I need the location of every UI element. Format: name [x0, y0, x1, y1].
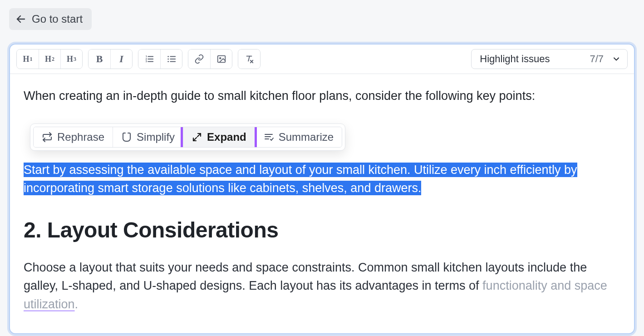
- image-icon: [216, 54, 226, 64]
- summarize-button[interactable]: Summarize: [255, 127, 342, 147]
- go-to-start-button[interactable]: Go to start: [9, 8, 92, 30]
- clear-formatting-icon: [244, 54, 254, 64]
- rephrase-icon: [42, 132, 53, 143]
- insert-group: [188, 49, 232, 69]
- ordered-list-icon: 123: [144, 54, 154, 64]
- h2-button[interactable]: H2: [39, 49, 60, 69]
- list-group: 123: [138, 49, 182, 69]
- editor-card: H1 H2 H3 B I 123: [9, 44, 635, 334]
- rephrase-button[interactable]: Rephrase: [34, 127, 113, 147]
- svg-text:3: 3: [146, 60, 147, 63]
- ordered-list-button[interactable]: 123: [138, 49, 160, 69]
- go-to-start-label: Go to start: [32, 13, 83, 25]
- heading-group: H1 H2 H3: [16, 49, 83, 69]
- bold-button[interactable]: B: [88, 49, 110, 69]
- selected-text: Start by assessing the available space a…: [24, 163, 577, 196]
- intro-paragraph: When creating an in-depth guide to small…: [24, 87, 620, 105]
- simplify-button[interactable]: Simplify: [113, 127, 183, 147]
- clear-formatting-button[interactable]: [238, 49, 260, 69]
- svg-point-14: [219, 58, 221, 59]
- clear-group: [238, 49, 261, 69]
- editor-body[interactable]: When creating an in-depth guide to small…: [10, 74, 634, 313]
- section-heading: 2. Layout Considerations: [24, 214, 620, 247]
- ai-floating-toolbar: Rephrase Simplify Expand Summarize: [30, 124, 345, 151]
- expand-label: Expand: [207, 131, 246, 143]
- link-button[interactable]: [188, 49, 210, 69]
- editor-toolbar: H1 H2 H3 B I 123: [10, 44, 634, 74]
- rephrase-label: Rephrase: [57, 131, 104, 143]
- summarize-icon: [263, 132, 274, 143]
- highlight-issues-count: 7/7: [590, 53, 604, 65]
- h3-button[interactable]: H3: [60, 49, 82, 69]
- highlight-issues-dropdown[interactable]: Highlight issues 7/7: [471, 49, 628, 69]
- chevron-down-icon: [612, 54, 621, 64]
- arrow-left-icon: [15, 14, 26, 25]
- expand-icon: [192, 132, 202, 143]
- h1-button[interactable]: H1: [17, 49, 39, 69]
- image-button[interactable]: [210, 49, 232, 69]
- simplify-icon: [121, 132, 132, 143]
- summarize-label: Summarize: [279, 131, 334, 143]
- textstyle-group: B I: [88, 49, 133, 69]
- italic-button[interactable]: I: [110, 49, 132, 69]
- simplify-label: Simplify: [137, 131, 175, 143]
- expand-button[interactable]: Expand: [183, 127, 255, 147]
- selected-paragraph: Start by assessing the available space a…: [24, 161, 620, 198]
- link-icon: [194, 54, 204, 64]
- issue-underline[interactable]: utilization: [24, 297, 75, 311]
- svg-point-12: [167, 61, 169, 62]
- unordered-list-button[interactable]: [160, 49, 182, 69]
- highlight-issues-label: Highlight issues: [480, 53, 550, 65]
- body-paragraph: Choose a layout that suits your needs an…: [24, 258, 620, 314]
- svg-point-10: [167, 56, 169, 57]
- svg-point-11: [167, 59, 169, 60]
- unordered-list-icon: [167, 54, 177, 64]
